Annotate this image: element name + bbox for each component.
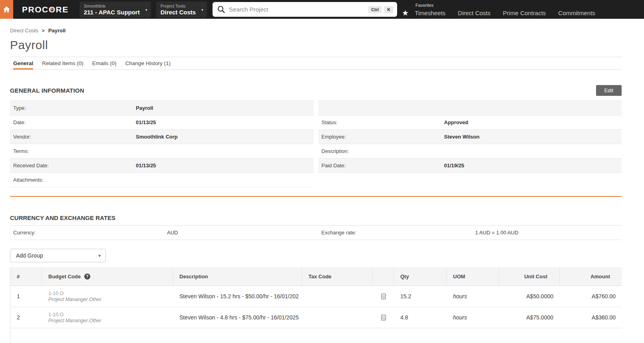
search-input[interactable] <box>229 6 366 13</box>
cell-tax-code <box>302 307 373 328</box>
field-label: Received Date: <box>10 163 136 169</box>
currency-value: AUD <box>167 230 178 236</box>
procore-logo: PROCORE <box>22 5 69 14</box>
fields-left-column: Type: Payroll Date: 01/13/25 Vendor: Smo… <box>10 101 314 187</box>
column-tax-code: Tax Code <box>302 267 373 286</box>
line-item-row-2: 2 1-10.O Project Mananger.Other Steven W… <box>10 307 622 328</box>
chevron-right-icon: > <box>42 28 45 34</box>
line-item-row-partial <box>10 328 622 343</box>
column-label: Budget Code <box>48 274 81 280</box>
field-value: 01/13/25 <box>136 163 156 169</box>
budget-category: Project Mananger.Other <box>48 297 101 302</box>
cell-uom: hours <box>447 307 499 328</box>
field-value: Smoothlink Corp <box>136 134 178 140</box>
breadcrumb: Direct Costs > Payroll <box>10 28 622 34</box>
breadcrumb-current: Payroll <box>48 28 66 34</box>
general-information-heading: GENERAL INFORMATION <box>10 87 84 94</box>
budget-category: Project Mananger.Other <box>48 318 101 323</box>
cell-description: Steven Wilson - 15.2 hrs - $50.00/hr - 1… <box>173 286 302 307</box>
column-unit-cost: Unit Cost <box>499 267 560 286</box>
calculator-icon[interactable] <box>381 315 386 321</box>
exchange-rate-value: 1 AUD = 1.00 AUD <box>475 230 519 236</box>
cell-number: 2 <box>10 307 42 328</box>
column-description: Description <box>173 267 302 286</box>
field-label: Terms: <box>10 148 136 154</box>
field-empty <box>318 101 622 115</box>
chevron-down-icon: ▾ <box>201 7 203 12</box>
cell-qty: 15.2 <box>394 286 447 307</box>
column-calculator <box>373 267 394 286</box>
help-icon[interactable]: ? <box>84 274 90 280</box>
home-button[interactable] <box>0 0 13 19</box>
cell-amount: A$760.00 <box>560 286 622 307</box>
field-value: Steven Wilson <box>444 134 480 140</box>
field-date: Date: 01/13/25 <box>10 115 314 130</box>
field-value: 01/19/25 <box>444 163 465 169</box>
field-received-date: Received Date: 01/13/25 <box>10 159 314 173</box>
favorite-prime-contracts[interactable]: Prime Contracts <box>503 10 546 16</box>
top-nav: PROCORE Smoothlink 211 - APAC Support ▾ … <box>0 0 644 19</box>
page-title: Payroll <box>10 38 622 52</box>
cell-number: 1 <box>10 286 42 307</box>
field-paid-date: Paid Date: 01/19/25 <box>318 159 622 173</box>
picker-value: 211 - APAC Support <box>84 9 140 16</box>
breadcrumb-direct-costs[interactable]: Direct Costs <box>10 28 38 34</box>
cell-unit-cost: A$50.0000 <box>499 286 560 307</box>
favorite-timesheets[interactable]: Timesheets <box>415 10 445 16</box>
field-label: Employee: <box>318 134 444 140</box>
section-divider <box>10 196 622 197</box>
field-label: Type: <box>10 105 136 111</box>
cell-amount: A$360.00 <box>560 307 622 328</box>
currency-row: Currency: AUD Exchange rate: 1 AUD = 1.0… <box>10 225 622 240</box>
field-description: Description: <box>318 144 622 159</box>
picker-label: Smoothlink <box>84 4 140 8</box>
favorite-commitments[interactable]: Commitments <box>558 10 595 16</box>
shortcut-key-ctrl: Ctrl <box>368 6 382 13</box>
search-bar[interactable]: Ctrl K <box>213 2 397 17</box>
favorite-direct-costs[interactable]: Direct Costs <box>458 10 491 16</box>
line-items-table: # Budget Code ? Description Tax Code Qty… <box>10 267 622 343</box>
favorites-star-icon[interactable]: ★ <box>402 9 409 17</box>
cell-unit-cost: A$75.0000 <box>499 307 560 328</box>
currency-heading: CURRENCY AND EXCHANGE RATES <box>10 214 622 221</box>
column-amount: Amount <box>560 267 622 286</box>
field-label: Attachments: <box>10 177 136 183</box>
exchange-rate-label: Exchange rate: <box>318 230 475 236</box>
cell-description: Steven Wilson - 4.8 hrs - $75.00/hr - 16… <box>173 307 302 328</box>
cell-tax-code <box>302 286 373 307</box>
tab-bar: General Related Items (0) Emails (0) Cha… <box>10 57 622 70</box>
field-employee: Employee: Steven Wilson <box>318 130 622 144</box>
field-label: Date: <box>10 119 136 125</box>
tab-related-items[interactable]: Related Items (0) <box>42 57 83 69</box>
field-type: Type: Payroll <box>10 101 314 115</box>
calculator-icon[interactable] <box>381 293 386 299</box>
tab-change-history[interactable]: Change History (1) <box>125 57 171 69</box>
favorites-label: Favorites <box>415 3 608 8</box>
field-value: Payroll <box>136 105 153 111</box>
main-content: Direct Costs > Payroll Payroll General R… <box>0 28 644 343</box>
logo-dot <box>50 8 53 10</box>
column-qty: Qty <box>394 267 447 286</box>
logo-text: PROCORE <box>22 5 69 14</box>
cell-uom: hours <box>447 286 499 307</box>
edit-button[interactable]: Edit <box>596 85 622 96</box>
project-tools-picker[interactable]: Project Tools Direct Costs ▾ <box>156 2 207 18</box>
chevron-down-icon: ▾ <box>145 7 147 12</box>
add-group-label: Add Group <box>16 252 43 259</box>
field-value: Approved <box>444 119 469 125</box>
column-budget-code: Budget Code ? <box>42 267 173 286</box>
column-uom: UOM <box>447 267 499 286</box>
tab-emails[interactable]: Emails (0) <box>92 57 117 69</box>
line-items-header: # Budget Code ? Description Tax Code Qty… <box>10 267 622 286</box>
company-project-picker[interactable]: Smoothlink 211 - APAC Support ▾ <box>80 2 151 18</box>
field-terms: Terms: <box>10 144 314 159</box>
field-attachments: Attachments: <box>10 173 314 187</box>
field-label: Vendor: <box>10 134 136 140</box>
field-status: Status: Approved <box>318 115 622 130</box>
cell-calculator <box>373 286 394 307</box>
field-value: 01/13/25 <box>136 119 156 125</box>
general-info-fields: Type: Payroll Date: 01/13/25 Vendor: Smo… <box>10 101 622 187</box>
add-group-dropdown[interactable]: Add Group ▾ <box>10 249 106 262</box>
budget-code: 1-10.O <box>48 312 64 317</box>
tab-general[interactable]: General <box>13 57 33 69</box>
